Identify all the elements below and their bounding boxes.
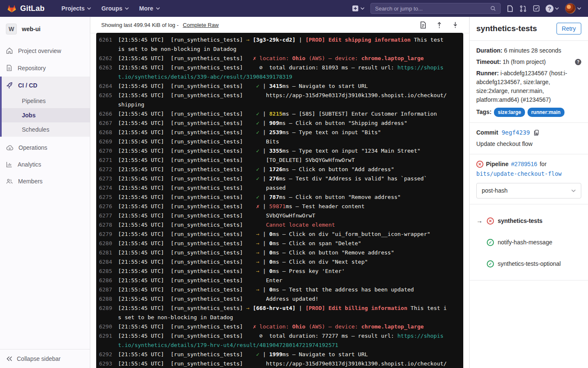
log-line-number[interactable]: 6279 xyxy=(96,230,118,239)
pipeline-job-item[interactable]: ✓ synthetics-tests-optional xyxy=(476,253,581,275)
copy-commit-icon[interactable] xyxy=(533,130,539,136)
log-line: 6276[21:55:45 UTC] [run_synthetics_tests… xyxy=(96,202,463,211)
plus-square-icon xyxy=(352,5,359,12)
sidebar-item-jobs[interactable]: Jobs xyxy=(2,108,90,122)
pipeline-job-item[interactable]: → ✕ synthetics-tests xyxy=(476,210,581,232)
log-line-number[interactable]: 6274 xyxy=(96,183,118,193)
log-line-number[interactable]: 6263 xyxy=(96,63,118,82)
log-line-number[interactable]: 6281 xyxy=(96,248,118,257)
log-line: 6291[21:55:45 UTC] [run_synthetics_tests… xyxy=(96,331,463,350)
job-details-sidebar: synthetics-tests Retry Duration: 6 minut… xyxy=(469,17,588,368)
log-line: 6264[21:55:45 UTC] [run_synthetics_tests… xyxy=(96,82,463,91)
menu-more[interactable]: More xyxy=(134,0,165,17)
log-line-content: [21:55:45 UTC] [run_synthetics_tests] ht… xyxy=(118,91,463,109)
sidebar-item-schedules[interactable]: Schedules xyxy=(2,122,90,137)
log-line: 6292[21:55:45 UTC] [run_synthetics_tests… xyxy=(96,350,463,359)
pipeline-row: ✕ Pipeline #2789516 for xyxy=(476,160,581,169)
log-line-content: [21:55:45 UTC] [run_synthetics_tests] → … xyxy=(118,285,463,294)
log-line-number[interactable]: 6261 xyxy=(96,35,118,54)
tags-row: Tags: size:large runner:main xyxy=(476,108,581,117)
log-line-number[interactable]: 6265 xyxy=(96,91,118,109)
issues-button[interactable] xyxy=(507,5,514,12)
log-line-number[interactable]: 6287 xyxy=(96,285,118,294)
sidebar-item-pipelines[interactable]: Pipelines xyxy=(2,94,90,108)
project-header[interactable]: W web-ui xyxy=(0,17,90,42)
log-line-number[interactable]: 6266 xyxy=(96,109,118,119)
timeout-row: Timeout: 1h (from project) ? xyxy=(476,58,581,66)
log-line: 6289[21:55:45 UTC] [run_synthetics_tests… xyxy=(96,304,463,322)
log-line-number[interactable]: 6291 xyxy=(96,331,118,350)
log-line-content: [21:55:45 UTC] [run_synthetics_tests] ✓ … xyxy=(118,174,463,183)
log-line-number[interactable]: 6269 xyxy=(96,137,118,146)
new-item-dropdown[interactable] xyxy=(352,5,365,12)
log-line-number[interactable]: 6272 xyxy=(96,165,118,174)
merge-requests-button[interactable] xyxy=(520,5,527,12)
log-line-content: [21:55:45 UTC] [run_synthetics_tests] SV… xyxy=(118,211,463,220)
sidebar-item-members[interactable]: Members xyxy=(0,173,90,190)
help-menu[interactable]: ? xyxy=(546,5,559,13)
pipeline-job-item[interactable]: ✓ notify-hash-message xyxy=(476,232,581,253)
sidebar-item-repository[interactable]: Repository xyxy=(0,59,90,77)
log-line-content: [21:55:45 UTC] [run_synthetics_tests] ✓ … xyxy=(118,109,463,119)
log-line-number[interactable]: 6275 xyxy=(96,193,118,202)
log-line-number[interactable]: 6278 xyxy=(96,220,118,230)
log-line-number[interactable]: 6268 xyxy=(96,128,118,137)
log-line-number[interactable]: 6276 xyxy=(96,202,118,211)
stage-dropdown[interactable]: post-hash xyxy=(476,183,581,199)
timeout-help-icon[interactable]: ? xyxy=(575,59,581,65)
sidebar-item-cicd[interactable]: CI / CD xyxy=(2,77,90,94)
sidebar-section-cicd: CI / CD Pipelines Jobs Schedules xyxy=(0,77,90,137)
sidebar-item-analytics[interactable]: Analytics xyxy=(0,156,90,173)
log-line-number[interactable]: 6288 xyxy=(96,294,118,304)
log-line-content: [21:55:45 UTC] [run_synthetics_tests] → … xyxy=(118,239,463,248)
log-line-number[interactable]: 6285 xyxy=(96,267,118,276)
pipeline-id-link[interactable]: #2789516 xyxy=(511,160,537,169)
complete-raw-link[interactable]: Complete Raw xyxy=(183,22,218,28)
duration-row: Duration: 6 minutes 28 seconds xyxy=(476,46,581,55)
log-line-number[interactable]: 6267 xyxy=(96,119,118,128)
project-name: web-ui xyxy=(22,26,40,32)
menu-groups[interactable]: Groups xyxy=(96,0,134,17)
log-line-number[interactable]: 6280 xyxy=(96,239,118,248)
menu-projects[interactable]: Projects xyxy=(56,0,96,17)
search-input[interactable] xyxy=(375,5,490,12)
gitlab-logo[interactable]: GitLab xyxy=(7,3,45,13)
log-line-content: [21:55:45 UTC] [run_synthetics_tests] ✗ … xyxy=(118,322,463,331)
log-toolbar: Showing last 499.94 KiB of log - Complet… xyxy=(90,17,469,33)
collapse-sidebar-button[interactable]: Collapse sidebar xyxy=(0,349,90,368)
log-line-number[interactable]: 6289 xyxy=(96,304,118,322)
log-line-number[interactable]: 6264 xyxy=(96,82,118,91)
pipeline-ref-link[interactable]: bits/update-checkout-flow xyxy=(476,169,581,178)
log-line-number[interactable]: 6290 xyxy=(96,322,118,331)
scroll-to-bottom-button[interactable] xyxy=(452,21,458,29)
log-line: 6274[21:55:45 UTC] [run_synthetics_tests… xyxy=(96,183,463,193)
gitlab-tanuki-icon xyxy=(7,3,17,13)
sidebar-item-project-overview[interactable]: Project overview xyxy=(0,42,90,59)
runner-row: Runner: i-abcdefg1234567 (host:i-abcdefg… xyxy=(476,69,581,104)
raw-log-button[interactable] xyxy=(420,21,426,29)
log-line-number[interactable]: 6286 xyxy=(96,276,118,285)
log-line: 6284[21:55:45 UTC] [run_synthetics_tests… xyxy=(96,257,463,267)
log-line-number[interactable]: 6284 xyxy=(96,257,118,267)
tag-badge: runner:main xyxy=(528,108,564,117)
log-line-number[interactable]: 6271 xyxy=(96,156,118,165)
log-line-number[interactable]: 6292 xyxy=(96,350,118,359)
user-menu[interactable] xyxy=(565,3,581,14)
todos-button[interactable] xyxy=(533,5,540,12)
log-line-content: [21:55:45 UTC] [run_synthetics_tests] ✓ … xyxy=(118,193,463,202)
log-line: 6265[21:55:45 UTC] [run_synthetics_tests… xyxy=(96,91,463,109)
sidebar-item-operations[interactable]: Operations xyxy=(0,139,90,156)
log-line-number[interactable]: 6270 xyxy=(96,146,118,156)
log-line: 6285[21:55:45 UTC] [run_synthetics_tests… xyxy=(96,267,463,276)
log-line-number[interactable]: 6293 xyxy=(96,359,118,368)
scroll-to-top-button[interactable] xyxy=(436,21,442,29)
log-line-content: [21:55:45 UTC] [run_synthetics_tests] Bi… xyxy=(118,137,463,146)
log-line-number[interactable]: 6262 xyxy=(96,54,118,63)
log-line: 6272[21:55:45 UTC] [run_synthetics_tests… xyxy=(96,165,463,174)
log-line-number[interactable]: 6273 xyxy=(96,174,118,183)
log-line: 6287[21:55:45 UTC] [run_synthetics_tests… xyxy=(96,285,463,294)
chevron-down-icon xyxy=(577,7,581,10)
retry-button[interactable]: Retry xyxy=(556,23,581,34)
log-line-number[interactable]: 6277 xyxy=(96,211,118,220)
commit-sha-link[interactable]: 9egf4239 xyxy=(501,128,530,137)
